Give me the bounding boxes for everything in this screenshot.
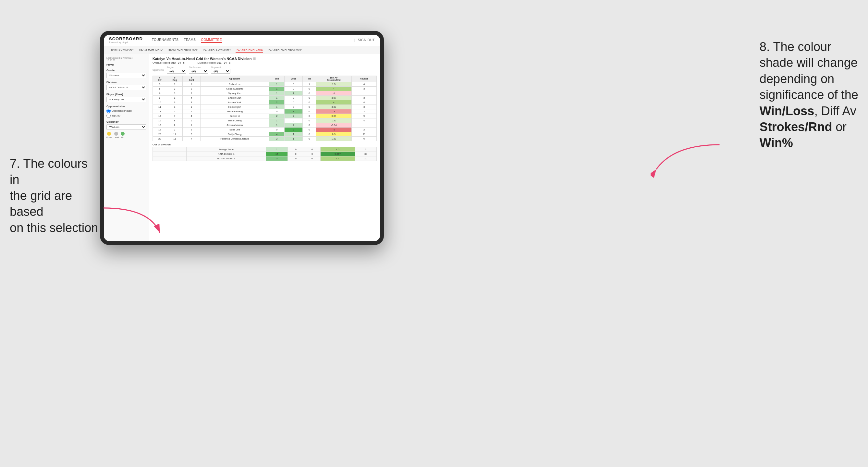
out-of-division-header: Out of division	[153, 143, 377, 146]
table-cell: 5	[153, 86, 167, 91]
table-cell: 4	[269, 132, 285, 136]
sub-nav-team-summary[interactable]: TEAM SUMMARY	[109, 48, 134, 53]
out-of-division-row: Foreign Team1004.52	[153, 147, 377, 152]
table-cell: 2	[285, 123, 303, 127]
tablet-screen: SCOREBOARD Powered by clippd TOURNAMENTS…	[104, 35, 380, 241]
table-cell: Andrea York	[200, 100, 269, 104]
table-cell: 5	[266, 156, 288, 161]
out-of-division-table: Foreign Team1004.52NAIA Division 115009.…	[153, 147, 377, 161]
table-cell: Sydney Kuo	[200, 91, 269, 95]
table-row: 1063Andrea York20044	[153, 100, 377, 104]
filter-conference-select[interactable]: (All)	[189, 69, 208, 74]
sub-nav-player-h2h-heatmap[interactable]: PLAYER H2H HEATMAP	[268, 48, 302, 53]
header-divider: |	[354, 38, 355, 42]
table-cell: 0	[287, 152, 304, 156]
filter-opponent-select[interactable]: (All)	[211, 69, 230, 74]
table-cell: 1	[266, 147, 288, 152]
th-conf: #Conf	[183, 75, 200, 82]
table-cell: 0	[303, 127, 316, 132]
table-cell: 14	[153, 114, 167, 118]
table-cell: 2	[167, 86, 183, 91]
table-cell: Stella Cheng	[200, 118, 269, 123]
table-cell: 4	[183, 95, 200, 100]
table-cell: 2	[269, 114, 285, 118]
table-cell: 1	[285, 91, 303, 95]
table-cell: 0	[269, 109, 285, 114]
sub-nav: TEAM SUMMARY TEAM H2H GRID TEAM H2H HEAT…	[104, 46, 380, 54]
top-100-option[interactable]: Top 100	[106, 114, 146, 118]
table-cell: 1	[269, 123, 285, 127]
table-cell: -3	[316, 109, 352, 114]
sidebar-division-select[interactable]: NCAA Division III	[106, 85, 146, 90]
table-cell	[164, 152, 175, 156]
table-cell: 6	[352, 136, 377, 141]
table-row: 1822Euna Lee020-52	[153, 127, 377, 132]
th-diff: Diff AvStrokes/Rnd	[316, 75, 352, 82]
table-cell: 7	[183, 136, 200, 141]
sidebar-player-rank-label: Player (Rank)	[106, 93, 146, 96]
out-of-division-row: NCAA Division 25007.410	[153, 156, 377, 161]
sub-nav-player-h2h-grid[interactable]: PLAYER H2H GRID	[236, 48, 263, 53]
opponents-played-option[interactable]: Opponents Played	[106, 109, 146, 113]
table-cell: Federica Domecq Lacroze	[200, 136, 269, 141]
nav-committee[interactable]: COMMITTEE	[201, 37, 222, 43]
sign-out-button[interactable]: Sign out	[358, 38, 375, 42]
brand-sub: Powered by clippd	[109, 41, 143, 44]
sub-nav-team-h2h-heatmap[interactable]: TEAM H2H HEATMAP	[167, 48, 198, 53]
table-cell: 6	[183, 132, 200, 136]
table-cell: 3	[183, 100, 200, 104]
table-cell: 1	[303, 82, 316, 86]
nav-teams[interactable]: TEAMS	[184, 37, 196, 43]
table-cell: 1.25	[316, 118, 352, 123]
nav-tournaments[interactable]: TOURNAMENTS	[152, 37, 179, 43]
legend-down: Down	[106, 132, 112, 138]
table-cell: Foreign Team	[186, 147, 266, 152]
table-cell: 8	[167, 118, 183, 123]
table-cell	[153, 147, 164, 152]
table-cell: 9	[352, 114, 377, 118]
colour-section: Colour by Win/Loss	[106, 120, 146, 130]
brand: SCOREBOARD Powered by clippd	[109, 37, 143, 44]
colour-by-select[interactable]: Win/Loss	[106, 124, 146, 130]
table-cell: 2	[167, 123, 183, 127]
sub-nav-team-h2h-grid[interactable]: TEAM H2H GRID	[138, 48, 162, 53]
table-cell: 20	[153, 132, 167, 136]
table-cell: 1	[183, 104, 200, 109]
table-cell: 0.3	[316, 132, 352, 136]
table-cell	[175, 152, 187, 156]
table-row: 522Alexis Sudjianto10043	[153, 86, 377, 91]
table-cell: 3	[153, 82, 167, 86]
header-right: | Sign out	[354, 38, 375, 42]
table-cell: 1	[269, 118, 285, 123]
table-cell: 6	[167, 100, 183, 104]
sidebar-division-label: Division	[106, 81, 146, 84]
sidebar-player-rank-select[interactable]: 8. Katelyn Vo	[106, 97, 146, 102]
sidebar-gender-select[interactable]: Women's	[106, 73, 146, 78]
legend: Down Level Up	[106, 132, 146, 138]
table-cell: 5	[183, 118, 200, 123]
table-cell: 3	[352, 86, 377, 91]
legend-down-label: Down	[106, 136, 112, 138]
table-cell: 15	[266, 152, 288, 156]
th-div: #Div	[153, 75, 167, 82]
table-cell: 0	[303, 100, 316, 104]
table-row: 633Sydney Kuo110-1	[153, 91, 377, 95]
table-cell: 1	[285, 109, 303, 114]
filter-region-select[interactable]: (All)	[167, 69, 186, 74]
sidebar: Last Updated: 27/03/2024 16:55:38 Player…	[104, 54, 149, 241]
table-cell: 2	[352, 109, 377, 114]
table-header-row: #Div #Reg #Conf Opponent Win Loss Tie Di…	[153, 75, 377, 82]
table-cell: 0	[304, 147, 320, 152]
table-cell: -5	[316, 127, 352, 132]
table-cell: 1	[285, 132, 303, 136]
table-cell: 3.33	[316, 104, 352, 109]
table-cell: NCAA Division 2	[186, 156, 266, 161]
table-cell: 1	[167, 82, 183, 86]
table-cell: 0	[303, 95, 316, 100]
main-data-table: #Div #Reg #Conf Opponent Win Loss Tie Di…	[153, 75, 377, 141]
out-of-division-row: NAIA Division 115009.26730	[153, 152, 377, 156]
table-cell: Euna Lee	[200, 127, 269, 132]
filter-conference-label: Conference	[189, 66, 208, 68]
sub-nav-player-summary[interactable]: PLAYER SUMMARY	[203, 48, 231, 53]
sidebar-player-rank-section: Player (Rank) 8. Katelyn Vo	[106, 93, 146, 102]
